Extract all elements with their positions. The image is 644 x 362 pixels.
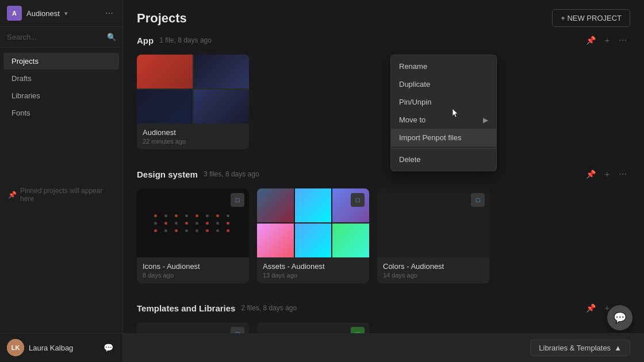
project-name-templates: Templates and Libraries <box>137 303 235 313</box>
sidebar-header-actions: ⋯ <box>103 7 116 19</box>
sidebar-item-drafts[interactable]: Drafts <box>3 70 119 87</box>
files-grid-app: Audionest 22 minutes ago <box>137 55 630 149</box>
main-content: Projects + NEW PROJECT App 1 file, 8 day… <box>123 0 644 362</box>
dot <box>154 214 157 217</box>
project-name-app: App <box>137 36 154 45</box>
file-card-info-assets: Assets - Audionest 13 days ago <box>257 257 369 283</box>
chat-bubble[interactable]: 💬 <box>607 305 632 330</box>
libraries-templates-button[interactable]: Libraries & Templates ▲ <box>530 340 630 356</box>
menu-item-delete[interactable]: Delete <box>391 151 496 168</box>
dot <box>195 229 198 232</box>
project-header-app: App 1 file, 8 days ago 📌 + ⋯ <box>137 34 630 47</box>
menu-item-rename[interactable]: Rename <box>391 57 496 75</box>
dot <box>227 222 229 225</box>
dot <box>206 229 209 232</box>
file-card-assets[interactable]: □ Assets - Audionest 13 days ago <box>257 188 369 283</box>
project-meta-app: 1 file, 8 days ago <box>159 36 212 44</box>
sidebar-item-fonts[interactable]: Fonts <box>3 105 119 121</box>
menu-item-import-penpot[interactable]: Import Penpot files <box>391 129 496 147</box>
dot <box>216 214 219 217</box>
file-card-colors[interactable]: □ Colors - Audionest 14 days ago <box>377 188 489 283</box>
asset-cell-5 <box>295 224 332 257</box>
team-name: Audionest <box>26 9 60 18</box>
dot <box>175 229 178 232</box>
dot <box>164 222 167 225</box>
file-name-icons: Icons - Audionest <box>143 262 243 271</box>
dot <box>227 214 229 217</box>
audionest-thumb <box>137 55 249 124</box>
dot <box>154 222 157 225</box>
more-options-button[interactable]: ⋯ <box>103 7 116 19</box>
add-file-button[interactable]: + <box>601 34 613 47</box>
dot <box>216 229 219 232</box>
sidebar-item-libraries[interactable]: Libraries <box>3 87 119 104</box>
file-thumb-icons: □ <box>137 188 249 257</box>
context-menu: Rename Duplicate Pin/Unpin Move to ▶ Imp… <box>390 55 497 171</box>
team-selector[interactable]: A Audionest ▾ <box>7 6 68 21</box>
file-date-colors: 14 days ago <box>383 272 484 279</box>
thumb-cell-3 <box>137 90 193 124</box>
menu-divider <box>391 148 496 149</box>
project-header-templates: Templates and Libraries 2 files, 8 days … <box>137 302 630 314</box>
menu-item-duplicate[interactable]: Duplicate <box>391 75 496 93</box>
file-card-info-colors: Colors - Audionest 14 days ago <box>377 257 489 283</box>
team-avatar: A <box>7 6 22 21</box>
dot <box>195 214 198 217</box>
menu-item-move-to[interactable]: Move to ▶ <box>391 111 496 129</box>
pin-templates-button[interactable]: 📌 <box>582 302 599 314</box>
files-grid-design-system: □ Icons - Audionest 8 days ago <box>137 188 630 283</box>
pinned-section: 📌 Pinned projects will appear here <box>0 180 122 210</box>
search-box: 🔍 <box>0 27 122 48</box>
project-more-button[interactable]: ⋯ <box>615 34 630 47</box>
dots-pattern <box>154 214 232 232</box>
dot <box>206 222 209 225</box>
asset-cell-4 <box>257 224 294 257</box>
thumb-cell-2 <box>194 55 250 88</box>
file-badge-assets: □ <box>351 193 365 207</box>
dot <box>185 229 188 232</box>
dot <box>216 222 219 225</box>
projects-list: App 1 file, 8 days ago 📌 + ⋯ <box>123 34 644 362</box>
dot <box>227 229 229 232</box>
sidebar-item-projects[interactable]: Projects <box>3 53 119 70</box>
project-actions-design-system: 📌 + ⋯ <box>582 168 630 180</box>
add-file-design-system-button[interactable]: + <box>601 168 613 180</box>
dot <box>175 214 178 217</box>
pin-design-system-button[interactable]: 📌 <box>582 168 599 180</box>
project-meta-templates: 2 files, 8 days ago <box>241 304 297 312</box>
file-card-audionest[interactable]: Audionest 22 minutes ago <box>137 55 249 149</box>
dot <box>195 222 198 225</box>
asset-cell-6 <box>332 224 369 257</box>
project-section-app: App 1 file, 8 days ago 📌 + ⋯ <box>137 34 630 149</box>
dot <box>185 222 188 225</box>
file-badge-colors: □ <box>471 193 485 207</box>
pin-project-button[interactable]: 📌 <box>582 34 599 47</box>
thumb-cell-4 <box>194 90 250 124</box>
dot <box>185 214 188 217</box>
asset-cell-2 <box>295 188 332 222</box>
file-card-icons[interactable]: □ Icons - Audionest 8 days ago <box>137 188 249 283</box>
dot <box>154 229 157 232</box>
avatar: LK <box>7 339 24 356</box>
bottom-bar: Libraries & Templates ▲ <box>123 333 644 362</box>
submenu-arrow-icon: ▶ <box>483 116 488 124</box>
file-date-assets: 13 days ago <box>263 272 363 279</box>
more-design-system-button[interactable]: ⋯ <box>615 168 630 180</box>
chevron-up-icon: ▲ <box>614 344 622 352</box>
user-info[interactable]: LK Laura Kalbag <box>7 339 73 356</box>
chat-icon: 💬 <box>614 311 626 324</box>
project-header-design-system: Design system 3 files, 8 days ago 📌 + ⋯ <box>137 168 630 180</box>
search-icon: 🔍 <box>107 33 116 41</box>
page-title: Projects <box>137 11 187 26</box>
new-project-button[interactable]: + NEW PROJECT <box>552 9 630 27</box>
asset-cell-1 <box>257 188 294 222</box>
chevron-down-icon: ▾ <box>64 10 68 17</box>
project-meta-design-system: 3 files, 8 days ago <box>204 170 259 178</box>
dot <box>164 229 167 232</box>
dot <box>175 222 178 225</box>
project-name-design-system: Design system <box>137 170 198 179</box>
user-message-button[interactable]: 💬 <box>101 342 116 353</box>
search-input[interactable] <box>7 33 103 41</box>
menu-item-pin-unpin[interactable]: Pin/Unpin <box>391 93 496 111</box>
main-header: Projects + NEW PROJECT <box>123 0 644 34</box>
